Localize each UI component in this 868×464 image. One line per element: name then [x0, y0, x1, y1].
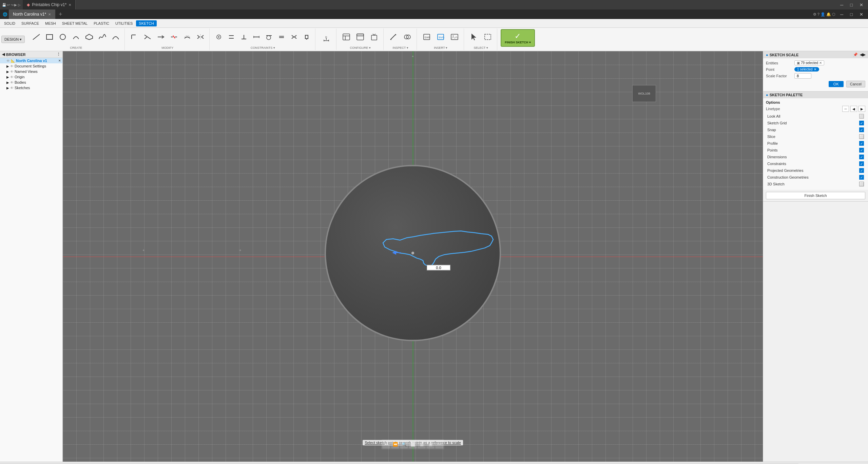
menu-sketch[interactable]: SKETCH	[136, 20, 157, 26]
expand-icon-2[interactable]: ▶	[6, 70, 9, 74]
browser-item-origin[interactable]: ▶ 👁 Origin	[0, 74, 62, 80]
eye-icon[interactable]: 👁	[6, 59, 10, 63]
modify-fillet-btn[interactable]	[128, 29, 140, 45]
insert-img-btn[interactable]	[448, 29, 461, 45]
sketch-grid-checkbox[interactable]: ✓	[859, 121, 864, 125]
entities-chip[interactable]: ▣ 79 selected ✕	[794, 60, 824, 65]
sketch-3d-checkbox[interactable]: ⬜	[859, 182, 864, 186]
modify-mirror-btn[interactable]	[194, 29, 207, 45]
finish-sketch-palette-btn[interactable]: Finish Sketch	[766, 192, 865, 199]
create-arc-btn[interactable]	[70, 29, 82, 45]
profile-checkbox[interactable]: ✓	[859, 141, 864, 146]
design-dropdown[interactable]: DESIGN ▾	[1, 36, 25, 43]
slice-checkbox[interactable]: ⬜	[859, 134, 864, 139]
create-rect-btn[interactable]	[43, 29, 56, 45]
browser-item-docsettings[interactable]: ▶ 👁 Document Settings	[0, 63, 62, 69]
expand-icon-1[interactable]: ▶	[6, 64, 9, 68]
new-tab-btn[interactable]: +	[59, 11, 62, 18]
maximize-btn-1[interactable]: □	[848, 2, 855, 8]
menu-utilities[interactable]: UTILITIES	[113, 20, 135, 26]
view-zoom-btn[interactable]: 🔍	[400, 440, 408, 448]
ok-button[interactable]: OK	[829, 81, 844, 87]
modify-break-btn[interactable]	[168, 29, 180, 45]
close-btn-1[interactable]: ✕	[857, 2, 865, 8]
constraint-equal-btn[interactable]	[276, 29, 287, 45]
scale-input-floating[interactable]	[427, 265, 450, 270]
view-orbit-btn[interactable]: ⏮	[382, 440, 390, 448]
modify-offset-btn[interactable]	[181, 29, 193, 45]
menu-mesh[interactable]: MESH	[42, 20, 59, 26]
scale-factor-input[interactable]	[794, 73, 811, 79]
inspect-measure-btn[interactable]	[387, 29, 400, 45]
sketch-palette-header[interactable]: ● SKETCH PALETTE	[763, 92, 868, 98]
view-fit-btn[interactable]: ⬜	[409, 440, 417, 448]
proj-geom-checkbox[interactable]: ✓	[859, 168, 864, 173]
create-conic-btn[interactable]	[110, 29, 122, 45]
constraints-checkbox[interactable]: ✓	[859, 161, 864, 166]
view-grid-btn[interactable]: ▣	[426, 440, 435, 448]
point-clear-icon[interactable]: ✕	[814, 67, 816, 71]
floating-scale-input[interactable]	[427, 265, 450, 270]
points-checkbox[interactable]: ✓	[859, 148, 864, 153]
expand-icon-3[interactable]: ▶	[6, 75, 9, 79]
constraint-horiz-btn[interactable]	[251, 29, 262, 45]
tab-nc[interactable]: North Carolina v1* ✕	[9, 9, 55, 19]
browser-menu-icon[interactable]: ⋮	[57, 52, 60, 57]
configure-table-btn[interactable]	[354, 29, 367, 45]
constr-geom-checkbox[interactable]: ✓	[859, 175, 864, 180]
view-display-btn[interactable]: ▦	[418, 440, 426, 448]
entities-clear-icon[interactable]: ✕	[819, 61, 822, 65]
collapse-icon[interactable]: ◀	[2, 52, 5, 57]
linetype-arrow-left-btn[interactable]: ◀	[850, 106, 857, 112]
minimize-btn-1[interactable]: ─	[838, 2, 845, 8]
collapse-panel-icon[interactable]: ◀▶	[860, 53, 865, 57]
inspect-interf-btn[interactable]	[401, 29, 414, 45]
browser-item-namedviews[interactable]: ▶ 👁 Named Views	[0, 69, 62, 74]
close-btn-2[interactable]: ✕	[857, 11, 865, 18]
finish-sketch-btn[interactable]: ✓ FINISH SKETCH ▾	[501, 29, 535, 47]
nc-edit-icon[interactable]: ✕	[58, 59, 61, 62]
dimensions-checkbox[interactable]: ✓	[859, 155, 864, 159]
minimize-btn-2[interactable]: ─	[838, 11, 845, 18]
constraint-tangent-btn[interactable]	[263, 29, 275, 45]
insert-svg-btn[interactable]: SVG	[434, 29, 447, 45]
insert-dxf-btn[interactable]: DXF	[420, 29, 433, 45]
view-pan-btn[interactable]: ⏪	[391, 440, 399, 448]
create-spline-btn[interactable]	[96, 29, 109, 45]
constraint-sym-btn[interactable]	[288, 29, 300, 45]
pin-icon[interactable]: 📌	[853, 53, 858, 57]
view-more-btn[interactable]: ⋯	[435, 440, 443, 448]
expand-icon-5[interactable]: ▶	[6, 86, 9, 90]
configure-export-btn[interactable]	[368, 29, 381, 45]
configure-btn[interactable]	[340, 29, 353, 45]
snap-checkbox[interactable]: ✓	[859, 127, 864, 132]
expand-icon-4[interactable]: ▶	[6, 81, 9, 84]
create-line-btn[interactable]	[30, 29, 42, 45]
browser-item-nc[interactable]: 👁 📐 North Carolina v1 ✕	[0, 58, 62, 63]
point-chip[interactable]: 1 selected ✕	[794, 67, 819, 72]
maximize-btn-2[interactable]: □	[848, 11, 855, 18]
tab-close-1[interactable]: ✕	[69, 3, 71, 7]
constraint-perp-btn[interactable]	[238, 29, 250, 45]
select-window-btn[interactable]	[481, 29, 494, 45]
tab-printables[interactable]: ◆ Printables Chip v1* ✕	[23, 0, 76, 9]
linetype-arrow-right-btn[interactable]: ▶	[859, 106, 865, 112]
menu-sheet-metal[interactable]: SHEET METAL	[59, 20, 90, 26]
tab-close-2[interactable]: ✕	[48, 13, 51, 16]
constraint-fix-btn[interactable]	[301, 29, 312, 45]
menu-surface[interactable]: SURFACE	[19, 20, 42, 26]
canvas-area[interactable]: +	[63, 51, 763, 462]
sketch-scale-header[interactable]: ● SKETCH SCALE 📌 ◀▶	[763, 51, 868, 58]
modify-trim-btn[interactable]	[141, 29, 154, 45]
menu-solid[interactable]: SOLID	[1, 20, 18, 26]
create-polygon-btn[interactable]	[83, 29, 95, 45]
cancel-button[interactable]: Cancel	[846, 81, 865, 87]
dim-btn[interactable]: D	[321, 31, 332, 47]
linetype-solid-btn[interactable]: ─	[842, 106, 849, 112]
menu-plastic[interactable]: PLASTIC	[91, 20, 112, 26]
select-btn[interactable]	[467, 29, 480, 45]
constraint-parallel-btn[interactable]	[226, 29, 237, 45]
modify-extend-btn[interactable]	[155, 29, 167, 45]
browser-item-bodies[interactable]: ▶ 👁 Bodies	[0, 80, 62, 85]
browser-item-sketches[interactable]: ▶ 👁 Sketches	[0, 85, 62, 90]
